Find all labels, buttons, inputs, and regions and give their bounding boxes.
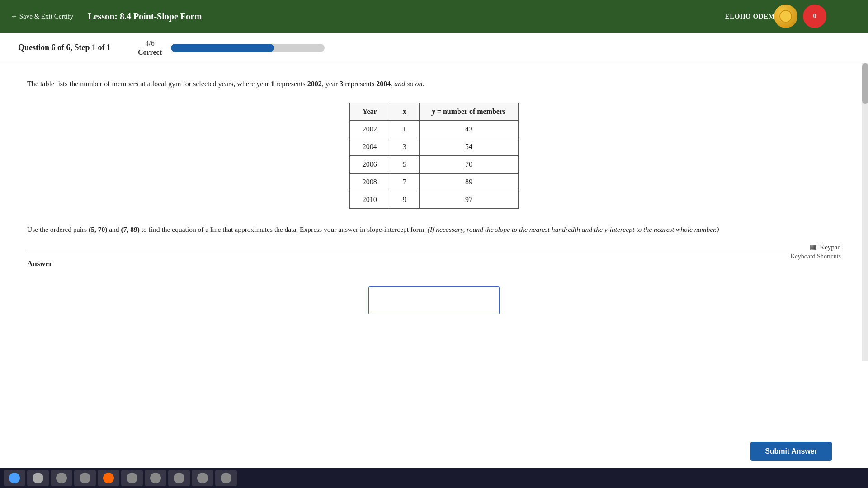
col-x: x <box>390 103 419 121</box>
keypad-icon: ▦ <box>810 243 816 251</box>
cell-year: 2008 <box>349 174 390 191</box>
taskbar-item-3[interactable] <box>98 470 119 486</box>
col-year: Year <box>349 103 390 121</box>
keypad-button[interactable]: ▦ Keypad <box>810 243 841 251</box>
table-row: 2004 3 54 <box>349 138 519 156</box>
taskbar-item-2[interactable] <box>74 470 96 486</box>
taskbar-item-6[interactable] <box>168 470 190 486</box>
data-table: Year x y = number of members 2002 1 43 2… <box>349 103 519 209</box>
answer-label: Answer <box>27 259 52 268</box>
lesson-title: Lesson: 8.4 Point-Slope Form <box>88 11 202 22</box>
cell-year: 2004 <box>349 138 390 156</box>
coin-badge[interactable] <box>774 5 797 28</box>
table-body: 2002 1 43 2004 3 54 2006 5 70 2008 7 89 … <box>349 121 519 209</box>
taskbar-item-8[interactable] <box>215 470 237 486</box>
question-bar: Question 6 of 6, Step 1 of 1 4/6 Correct <box>0 33 868 63</box>
cell-y: 89 <box>419 174 519 191</box>
col-y: y = number of members <box>419 103 519 121</box>
cell-year: 2006 <box>349 156 390 174</box>
progress-bar-background <box>171 44 325 52</box>
keypad-label: Keypad <box>820 244 841 251</box>
taskbar-item-7[interactable] <box>192 470 213 486</box>
heart-count: 0 <box>813 13 816 20</box>
scroll-thumb[interactable] <box>862 63 868 104</box>
progress-correct: Correct <box>138 48 162 56</box>
table-row: 2010 9 97 <box>349 191 519 209</box>
taskbar-item-5[interactable] <box>145 470 166 486</box>
progress-area: 4/6 Correct <box>138 39 325 56</box>
taskbar-start[interactable] <box>4 470 25 486</box>
back-button[interactable]: ← Save & Exit Certify <box>11 13 73 20</box>
cell-y: 54 <box>419 138 519 156</box>
submit-button[interactable]: Submit Answer <box>750 442 832 461</box>
progress-fraction: 4/6 <box>145 39 154 47</box>
top-navigation: ← Save & Exit Certify Lesson: 8.4 Point-… <box>0 0 868 33</box>
cell-x: 7 <box>390 174 419 191</box>
table-row: 2006 5 70 <box>349 156 519 174</box>
scroll-track[interactable] <box>862 63 868 361</box>
cell-year: 2010 <box>349 191 390 209</box>
question-text: The table lists the number of members at… <box>27 78 841 90</box>
answer-input[interactable] <box>368 286 500 314</box>
taskbar-item-1[interactable] <box>51 470 72 486</box>
cell-y: 43 <box>419 121 519 138</box>
svg-point-0 <box>780 10 792 22</box>
cell-x: 5 <box>390 156 419 174</box>
table-row: 2002 1 43 <box>349 121 519 138</box>
keypad-area: ▦ Keypad Keyboard Shortcuts <box>790 243 841 260</box>
cell-y: 97 <box>419 191 519 209</box>
cell-year: 2002 <box>349 121 390 138</box>
question-label: Question 6 of 6, Step 1 of 1 <box>18 43 111 52</box>
keyboard-shortcuts-link[interactable]: Keyboard Shortcuts <box>790 253 841 260</box>
answer-section: Answer ▦ Keypad Keyboard Shortcuts <box>27 250 841 314</box>
instructions-text: Use the ordered pairs (5, 70) and (7, 89… <box>27 223 841 235</box>
cell-x: 9 <box>390 191 419 209</box>
cell-x: 3 <box>390 138 419 156</box>
table-row: 2008 7 89 <box>349 174 519 191</box>
taskbar-search[interactable] <box>27 470 49 486</box>
cell-y: 70 <box>419 156 519 174</box>
taskbar-item-4[interactable] <box>121 470 143 486</box>
progress-bar-fill <box>171 44 274 52</box>
heart-badge[interactable]: 0 <box>803 5 826 28</box>
cell-x: 1 <box>390 121 419 138</box>
taskbar <box>0 468 868 488</box>
main-content: The table lists the number of members at… <box>0 63 868 470</box>
